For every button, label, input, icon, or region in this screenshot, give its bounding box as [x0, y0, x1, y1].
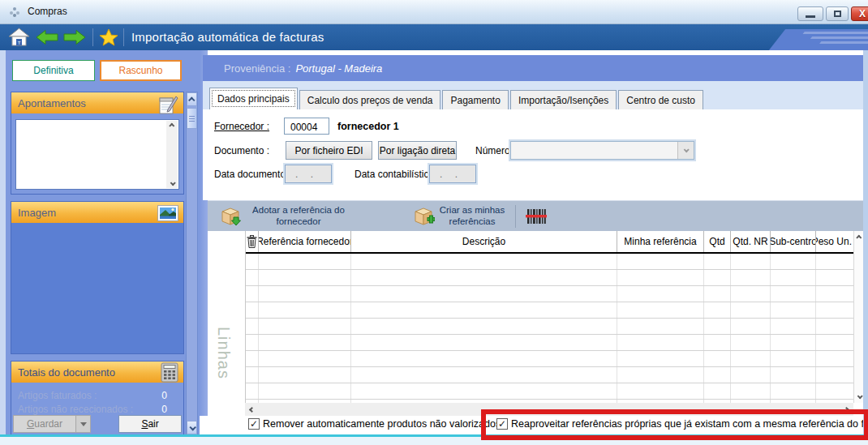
por-ligacao-direta-button[interactable]: Por ligação direta	[378, 141, 457, 160]
fornecedor-input[interactable]	[284, 118, 329, 135]
dropdown-arrow-icon	[80, 422, 87, 426]
toolbar-separator	[123, 28, 124, 46]
chevron-down-icon	[684, 147, 690, 152]
box-import-icon	[219, 206, 242, 227]
table-row[interactable]	[246, 335, 853, 351]
por-ficheiro-edi-button[interactable]: Por ficheiro EDI	[286, 141, 372, 160]
table-row[interactable]	[246, 286, 853, 302]
maximize-icon	[834, 11, 841, 17]
table-row[interactable]	[246, 302, 853, 319]
tab-calculo-dos-pre-os-de-venda[interactable]: Calculo dos preços de venda	[299, 90, 441, 109]
table-row[interactable]	[246, 383, 853, 400]
totais-row: Artigos faturados :0	[11, 387, 183, 401]
apontamentos-textarea[interactable]	[15, 119, 179, 190]
main-area: Proveniência : Portugal - Madeira Dados …	[200, 50, 868, 445]
minimize-button[interactable]	[797, 6, 823, 21]
imagem-panel: Imagem	[11, 201, 184, 354]
back-arrow-icon[interactable]	[36, 29, 58, 45]
highlight-annotation	[481, 409, 868, 440]
sair-button[interactable]: Sair	[118, 415, 182, 433]
compras-window: Compras X T Importação automática de fac…	[0, 0, 868, 445]
rascunho-button[interactable]: Rascunho	[100, 60, 182, 81]
apontamentos-scrollbar[interactable]	[166, 121, 178, 188]
barcode-icon	[526, 208, 547, 225]
tab-dados-principais[interactable]: Dados principais	[209, 88, 298, 109]
guardar-label: Guardar	[27, 418, 62, 430]
fornecedor-label[interactable]: Fornecedor :	[214, 121, 269, 132]
totais-buttons: Guardar Sair	[13, 415, 182, 433]
close-button[interactable]: X	[851, 6, 868, 21]
scroll-down-icon[interactable]	[170, 180, 175, 186]
totais-header: Totais do documento	[11, 362, 183, 383]
chevron-down-icon	[189, 424, 196, 430]
linhas-section-label: Linhas	[214, 327, 233, 379]
tab-importa-o-isen-es[interactable]: Importação/Isenções	[510, 90, 617, 109]
box-add-icon	[412, 206, 435, 227]
numero-combobox[interactable]	[510, 141, 694, 160]
right-border-strip	[863, 50, 868, 445]
scroll-up-icon[interactable]	[169, 123, 174, 129]
notepad-icon	[157, 94, 178, 115]
data-documento-field[interactable]: . .	[285, 165, 332, 183]
adotar-referencia-label: Adotar a referência do fornecedor	[242, 205, 355, 228]
sidebar-scroll-down[interactable]	[187, 421, 197, 434]
documento-label: Documento :	[214, 145, 269, 156]
chevron-up-icon	[188, 96, 195, 103]
provenance-value: Portugal - Madeira	[295, 62, 382, 75]
column-header[interactable]: Descrição	[351, 231, 617, 252]
page-title: Importação automática de facturas	[131, 30, 324, 44]
favorite-star-icon[interactable]	[99, 28, 118, 46]
column-header[interactable]: Sub-centro	[771, 231, 816, 252]
sair-label: Sair	[141, 418, 158, 430]
criar-referencias-button[interactable]: Criar as minhas referências	[412, 203, 509, 230]
table-row[interactable]	[246, 351, 853, 367]
column-header[interactable]: Qtd	[704, 231, 731, 252]
svg-text:T: T	[18, 41, 21, 45]
sidebar-scroll-up[interactable]	[187, 92, 197, 106]
apontamentos-panel: Apontamentos	[11, 92, 184, 195]
tab-centro-de-custo[interactable]: Centro de custo	[618, 90, 703, 109]
guardar-dropdown-button[interactable]	[76, 415, 91, 433]
scroll-down-icon[interactable]	[857, 393, 862, 399]
provenance-band: Proveniência : Portugal - Madeira	[203, 55, 863, 81]
column-header[interactable]: Minha referência	[617, 231, 704, 252]
tab-strip: Dados principaisCalculo dos preços de ve…	[203, 81, 863, 109]
home-icon[interactable]: T	[8, 28, 30, 47]
imagem-title: Imagem	[18, 207, 56, 219]
minimize-icon	[806, 15, 815, 18]
table-row[interactable]	[246, 319, 853, 335]
sidebar: Definitiva Rascunho Apontamentos Imagem	[0, 50, 200, 445]
guardar-button[interactable]: Guardar	[13, 415, 76, 433]
data-contabilistica-field[interactable]: . .	[429, 165, 476, 183]
totais-panel: Totais do documento Artigos faturados :0…	[11, 361, 184, 445]
table-header: Referência fornecedorDescriçãoMinha refe…	[246, 231, 853, 254]
maximize-button[interactable]	[826, 6, 849, 21]
barcode-button[interactable]	[526, 203, 547, 230]
column-header[interactable]: Peso Un. (	[816, 231, 854, 252]
forward-arrow-icon[interactable]	[63, 29, 86, 45]
totais-rows: Artigos faturados :0Artigos não rececion…	[11, 387, 183, 415]
adotar-referencia-button[interactable]: Adotar a referência do fornecedor	[219, 203, 355, 230]
table-row[interactable]	[246, 367, 853, 383]
table-body[interactable]	[246, 254, 853, 403]
remover-produtos-checkbox[interactable]: ✓ Remover automaticamente produtos não v…	[248, 418, 501, 430]
column-header[interactable]: Qtd. NR	[731, 231, 771, 252]
scroll-left-icon[interactable]	[249, 406, 255, 412]
sidebar-scrollbar[interactable]	[186, 92, 198, 435]
definitiva-button[interactable]: Definitiva	[12, 60, 95, 81]
apontamentos-title: Apontamentos	[18, 97, 86, 109]
table-row[interactable]	[246, 270, 853, 286]
combo-dropdown-button[interactable]	[677, 142, 694, 159]
scroll-up-icon[interactable]	[856, 235, 862, 241]
tab-pagamento[interactable]: Pagamento	[442, 90, 508, 109]
table-row[interactable]	[246, 254, 853, 270]
criar-referencias-label: Criar as minhas referências	[435, 205, 509, 228]
totais-row: Artigos não rececionados :0	[11, 401, 183, 415]
close-icon: X	[859, 9, 866, 19]
data-documento-label: Data documento :	[214, 169, 291, 180]
column-header[interactable]: Referência fornecedor	[259, 231, 351, 252]
imagem-header: Imagem	[11, 202, 183, 223]
remover-produtos-label: Remover automaticamente produtos não val…	[263, 418, 501, 430]
sidebar-scroll-thumb[interactable]	[187, 108, 197, 129]
checkbox-check-icon[interactable]: ✓	[248, 418, 260, 430]
